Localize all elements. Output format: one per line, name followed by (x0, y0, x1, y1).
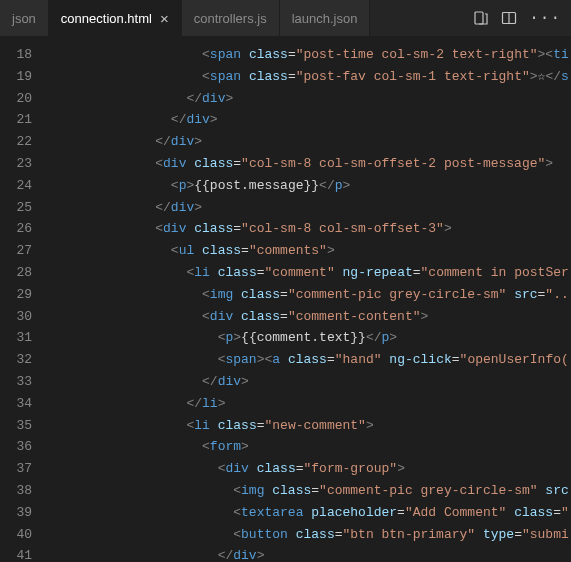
line-number: 23 (0, 153, 46, 175)
code-line[interactable]: </div> (46, 371, 571, 393)
tab-label: launch.json (292, 11, 358, 26)
line-number: 22 (0, 131, 46, 153)
code-line[interactable]: <li class="comment" ng-repeat="comment i… (46, 262, 571, 284)
line-number: 41 (0, 545, 46, 562)
line-number-gutter: 1819202122232425262728293031323334353637… (0, 36, 46, 562)
line-number: 39 (0, 502, 46, 524)
code-line[interactable]: <div class="col-sm-8 col-sm-offset-2 pos… (46, 153, 571, 175)
line-number: 25 (0, 197, 46, 219)
open-changes-icon[interactable] (473, 10, 489, 26)
line-number: 18 (0, 44, 46, 66)
tab-actions: ··· (463, 0, 571, 36)
code-line[interactable]: </div> (46, 131, 571, 153)
tab-json[interactable]: json (0, 0, 49, 36)
line-number: 30 (0, 306, 46, 328)
line-number: 37 (0, 458, 46, 480)
line-number: 28 (0, 262, 46, 284)
code-line[interactable]: <ul class="comments"> (46, 240, 571, 262)
more-actions-icon[interactable]: ··· (529, 9, 561, 27)
code-line[interactable]: <button class="btn btn-primary" type="su… (46, 524, 571, 546)
code-line[interactable]: <form> (46, 436, 571, 458)
tab-controllers-js[interactable]: controllers.js (182, 0, 280, 36)
code-line[interactable]: <div class="comment-content"> (46, 306, 571, 328)
tab-label: controllers.js (194, 11, 267, 26)
code-line[interactable]: <div class="form-group"> (46, 458, 571, 480)
code-line[interactable]: <li class="new-comment"> (46, 415, 571, 437)
code-line[interactable]: </div> (46, 109, 571, 131)
code-line[interactable]: </div> (46, 545, 571, 562)
code-line[interactable]: <span class="post-time col-sm-2 text-rig… (46, 44, 571, 66)
tab-label: connection.html (61, 11, 152, 26)
code-line[interactable]: <textarea placeholder="Add Comment" clas… (46, 502, 571, 524)
editor-tabs: json connection.html × controllers.js la… (0, 0, 571, 36)
line-number: 34 (0, 393, 46, 415)
code-line[interactable]: <img class="comment-pic grey-circle-sm" … (46, 480, 571, 502)
line-number: 33 (0, 371, 46, 393)
close-icon[interactable]: × (160, 11, 169, 26)
code-line[interactable]: </div> (46, 197, 571, 219)
tab-connection-html[interactable]: connection.html × (49, 0, 182, 36)
code-line[interactable]: <img class="comment-pic grey-circle-sm" … (46, 284, 571, 306)
tab-label: json (12, 11, 36, 26)
line-number: 26 (0, 218, 46, 240)
code-line[interactable]: <p>{{post.message}}</p> (46, 175, 571, 197)
code-line[interactable]: </div> (46, 88, 571, 110)
code-content[interactable]: <span class="post-time col-sm-2 text-rig… (46, 36, 571, 562)
line-number: 35 (0, 415, 46, 437)
code-line[interactable]: </li> (46, 393, 571, 415)
code-line[interactable]: <div class="col-sm-8 col-sm-offset-3"> (46, 218, 571, 240)
code-line[interactable]: <span class="post-fav col-sm-1 text-righ… (46, 66, 571, 88)
code-editor[interactable]: 1819202122232425262728293031323334353637… (0, 36, 571, 562)
line-number: 21 (0, 109, 46, 131)
tab-launch-json[interactable]: launch.json (280, 0, 371, 36)
line-number: 38 (0, 480, 46, 502)
line-number: 20 (0, 88, 46, 110)
line-number: 40 (0, 524, 46, 546)
line-number: 32 (0, 349, 46, 371)
code-line[interactable]: <p>{{comment.text}}</p> (46, 327, 571, 349)
line-number: 36 (0, 436, 46, 458)
line-number: 19 (0, 66, 46, 88)
code-line[interactable]: <span><a class="hand" ng-click="openUser… (46, 349, 571, 371)
svg-rect-0 (475, 12, 483, 24)
line-number: 29 (0, 284, 46, 306)
line-number: 27 (0, 240, 46, 262)
line-number: 24 (0, 175, 46, 197)
split-editor-icon[interactable] (501, 10, 517, 26)
line-number: 31 (0, 327, 46, 349)
